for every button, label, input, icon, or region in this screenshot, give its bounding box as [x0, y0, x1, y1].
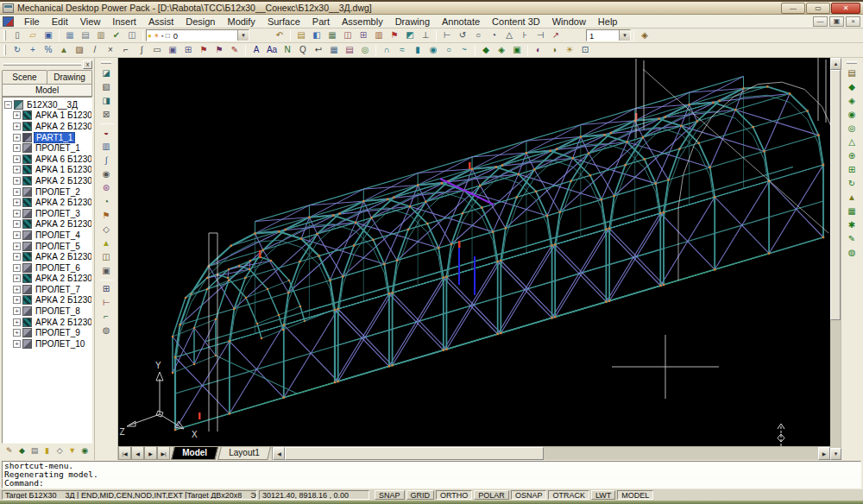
tree-item[interactable]: +ПРОЛЕТ_9 [4, 327, 91, 338]
scroll-right-icon[interactable]: ▶ [818, 447, 830, 460]
window-close-button[interactable]: ✕ [831, 3, 860, 14]
tree-item[interactable]: +ПРОЛЕТ_8 [4, 306, 91, 317]
content-screws-icon[interactable]: ▧ [98, 80, 115, 94]
toolbar-grip[interactable] [3, 45, 6, 55]
tree-item[interactable]: +АРКА 2 Б1230_4 [4, 219, 91, 230]
line-icon[interactable]: / [87, 44, 103, 57]
menu-drawing[interactable]: Drawing [389, 16, 436, 28]
content-belt-icon[interactable]: ⚑ [98, 209, 115, 223]
new-subassembly-icon[interactable]: ◈ [843, 94, 860, 108]
constraint-angle-icon[interactable]: △ [843, 135, 860, 149]
numbering-icon[interactable]: N [280, 44, 295, 57]
extrude-icon[interactable]: ▮ [410, 44, 425, 57]
datum-icon[interactable]: ⊦ [517, 29, 532, 42]
make-object-layer-icon[interactable]: ◧ [309, 29, 324, 42]
panel-grip[interactable] [3, 63, 81, 66]
content-springs-icon[interactable]: ∫ [98, 154, 115, 167]
tree-item[interactable]: +АРКА 1 Б1230_2 [4, 165, 91, 176]
balloon-icon[interactable]: ◎ [357, 44, 373, 57]
window-maximize-button[interactable]: ▭ [806, 3, 830, 14]
save-icon[interactable]: ▣ [41, 29, 56, 42]
flag-a-icon[interactable]: ⚑ [196, 44, 211, 57]
status-toggle-otrack[interactable]: OTRACK [548, 490, 589, 500]
status-toggle-snap[interactable]: SNAP [375, 490, 405, 500]
arc-dim-icon[interactable]: ◔ [486, 29, 501, 42]
constraint-insert-icon[interactable]: ⊕ [843, 149, 860, 163]
lights-icon[interactable]: ☀ [562, 44, 577, 57]
undo-icon[interactable]: ↶ [272, 29, 287, 42]
horizontal-scroll-thumb[interactable] [285, 447, 544, 460]
status-toggle-model[interactable]: MODEL [617, 490, 653, 500]
layer-combo[interactable]: ●☀▪□0▼ [146, 29, 249, 41]
scale-combo[interactable]: 1▼ [586, 29, 631, 41]
update-assembly-icon[interactable]: ↻ [843, 177, 860, 191]
print-icon[interactable]: ◫ [124, 29, 140, 42]
status-toggle-lwt[interactable]: LWT [591, 490, 615, 500]
assembly-catalog-icon[interactable]: ▤ [843, 66, 860, 80]
content-cam-icon[interactable]: ◔ [98, 195, 115, 209]
content-chain-icon[interactable]: ◇ [98, 223, 115, 236]
tree-item[interactable]: +АРКА 6 Б1230_1 [4, 154, 91, 165]
tool-palettes-icon[interactable]: ▥ [371, 29, 387, 42]
tree-item[interactable]: −Б12X30__3Д [4, 99, 91, 110]
expand-icon[interactable]: + [13, 286, 21, 293]
mdi-close-button[interactable]: × [846, 16, 860, 27]
scroll-down-icon[interactable]: ▼ [830, 448, 841, 460]
mdi-minimize-button[interactable]: — [813, 16, 828, 27]
sweep-icon[interactable]: ~ [457, 44, 472, 57]
open-icon[interactable]: ▱ [25, 29, 41, 42]
expand-icon[interactable]: + [13, 123, 21, 130]
markup-icon[interactable]: ⚑ [387, 29, 402, 42]
browser-desktop-icon[interactable]: ◇ [54, 445, 66, 457]
tree-item[interactable]: +АРКА 2 Б1230_7 [4, 274, 91, 285]
tree-item[interactable]: +ПРОЛЕТ_6 [4, 262, 91, 274]
tree-item[interactable]: +АРКА 2 Б1230_8 [4, 295, 91, 306]
tree-item[interactable]: +ПРОЛЕТ_2 [4, 186, 91, 198]
rotate-icon[interactable]: ↻ [9, 44, 25, 57]
menu-surface[interactable]: Surface [261, 16, 306, 28]
menu-file[interactable]: File [18, 16, 46, 28]
construction-line-icon[interactable]: × [103, 44, 118, 57]
menu-window[interactable]: Window [546, 16, 592, 28]
command-prompt[interactable]: Command: [2, 479, 861, 488]
menu-assembly[interactable]: Assembly [336, 16, 389, 28]
content-favorites-icon[interactable]: ▣ [98, 264, 115, 278]
menu-assist[interactable]: Assist [142, 16, 180, 28]
coordinates-display[interactable]: 30121.40, 8918.16 , 0.00 [259, 490, 369, 500]
scale-icon[interactable]: % [41, 44, 56, 57]
expand-icon[interactable]: + [13, 198, 21, 206]
content-washers-icon[interactable]: ⊠ [98, 108, 115, 122]
content-shaft-icon[interactable]: ▥ [98, 140, 115, 154]
collapse-icon[interactable]: − [4, 101, 12, 109]
toolbar-grip[interactable] [847, 61, 857, 64]
content-gears-icon[interactable]: ⊛ [98, 181, 115, 195]
tree-item[interactable]: +ПРОЛЕТ_5 [4, 241, 91, 252]
menu-part[interactable]: Part [306, 16, 336, 28]
expand-icon[interactable]: + [13, 243, 21, 250]
expand-icon[interactable]: + [13, 111, 21, 119]
content-bearings-icon[interactable]: ◉ [98, 167, 115, 181]
shell-icon[interactable]: ○ [441, 44, 457, 57]
layout-nav-1-icon[interactable]: ◀ [131, 447, 144, 460]
browser-clipboard-icon[interactable]: ▤ [28, 445, 41, 457]
sketch-pencil-icon[interactable]: ✎ [227, 44, 243, 57]
expand-icon[interactable]: + [13, 340, 21, 348]
expand-icon[interactable]: + [13, 264, 21, 272]
layout-nav-3-icon[interactable]: ▶| [157, 447, 170, 460]
scale-combo-dropdown-icon[interactable]: ▼ [619, 30, 630, 41]
hatch-icon[interactable]: ▨ [72, 44, 87, 57]
toolbar-grip[interactable] [101, 61, 111, 64]
loft-icon[interactable]: ≈ [394, 44, 410, 57]
rectangle-icon[interactable]: ▭ [149, 44, 165, 57]
status-toggle-grid[interactable]: GRID [406, 490, 435, 500]
content-options-icon[interactable]: ◍ [98, 324, 115, 337]
check-interference-icon[interactable]: ▲ [843, 191, 860, 205]
tree-item[interactable]: +АРКА 2 Б1230_1 [4, 121, 91, 132]
tree-item[interactable]: +ПРОЛЕТ_4 [4, 230, 91, 241]
toolbar-grip[interactable] [3, 30, 6, 41]
new-part-icon[interactable]: ◆ [843, 80, 860, 94]
content-moment-icon[interactable]: ⊢ [98, 296, 115, 310]
explode-view-icon[interactable]: ✱ [843, 218, 860, 232]
menu-edit[interactable]: Edit [46, 16, 74, 28]
expand-icon[interactable]: + [13, 177, 21, 185]
